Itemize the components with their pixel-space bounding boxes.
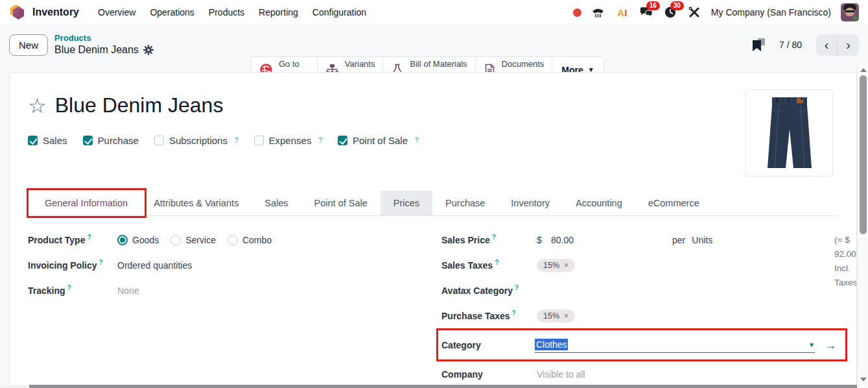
tracking-label: Tracking?	[28, 285, 117, 296]
messages-icon[interactable]: 16	[639, 5, 653, 19]
remove-tag-icon[interactable]: ×	[564, 261, 569, 270]
invoicing-policy-row: Invoicing Policy? Ordered quantities	[28, 252, 441, 278]
company-switcher[interactable]: My Company (San Francisco)	[711, 7, 831, 18]
horizontal-scrollbar[interactable]	[0, 385, 857, 388]
avatax-category-label: Avatax Category?	[441, 285, 537, 296]
checkbox-subscriptions[interactable]: Subscriptions ?	[154, 135, 239, 146]
tab-general-information[interactable]: General Information	[32, 191, 141, 215]
help-icon: ?	[99, 259, 103, 266]
favorite-star-icon[interactable]: ☆	[28, 95, 47, 116]
checkbox-purchase[interactable]: Purchase	[83, 135, 139, 146]
recording-indicator-icon	[573, 8, 581, 17]
general-information-form: Product Type? Goods Service Combo	[28, 227, 838, 387]
purchase-taxes-row: Purchase Taxes? 15% ×	[441, 303, 838, 328]
help-icon: ?	[495, 259, 499, 266]
control-panel: New Products Blue Denim Jeans	[0, 25, 868, 65]
breadcrumb: Products Blue Denim Jeans	[54, 33, 154, 56]
scroll-up-arrow-icon[interactable]	[860, 68, 867, 72]
product-type-radio-group: Goods Service Combo	[117, 235, 272, 245]
activities-badge: 30	[670, 1, 684, 10]
checkbox-expenses[interactable]: Expenses ?	[254, 135, 322, 146]
currency-symbol: $	[537, 235, 551, 245]
nav-item-products[interactable]: Products	[202, 2, 252, 23]
user-avatar[interactable]: ✈	[841, 3, 859, 21]
purchase-taxes-label: Purchase Taxes?	[441, 311, 537, 321]
systray: AI 16 30 My C	[573, 3, 859, 21]
tab-point-of-sale[interactable]: Point of Sale	[301, 191, 381, 215]
company-value[interactable]: Visible to all	[537, 369, 585, 380]
nav-item-operations[interactable]: Operations	[143, 2, 201, 23]
title-row: ☆ Blue Denim Jeans	[28, 93, 838, 117]
sales-price-input[interactable]: 80.00	[551, 235, 574, 245]
product-image[interactable]	[745, 90, 833, 176]
sales-taxes-label: Sales Taxes?	[441, 260, 537, 271]
invoicing-policy-value[interactable]: Ordered quantities	[117, 260, 192, 271]
nav-item-configuration[interactable]: Configuration	[305, 2, 373, 23]
form-left-column: Product Type? Goods Service Combo	[28, 227, 441, 387]
bookmark-icon[interactable]	[752, 38, 765, 51]
radio-goods[interactable]: Goods	[117, 235, 159, 245]
company-row: Company Visible to all	[441, 361, 838, 387]
product-type-label: Product Type?	[28, 235, 117, 245]
gear-icon[interactable]	[143, 45, 154, 55]
tab-sales[interactable]: Sales	[252, 191, 301, 215]
scrollbar-corner	[857, 385, 868, 388]
checkbox-checked-icon	[338, 136, 347, 145]
category-annotation-rectangle: Category Clothes ▼ →	[436, 328, 847, 361]
nav-item-overview[interactable]: Overview	[91, 2, 143, 23]
pager-previous-button[interactable]: ‹	[816, 34, 838, 56]
remove-tag-icon[interactable]: ×	[564, 311, 569, 321]
tracking-value[interactable]: None	[117, 285, 139, 296]
help-icon: ?	[515, 284, 519, 291]
checkbox-checked-icon	[83, 136, 93, 145]
pager: 7 / 80 ‹ ›	[752, 34, 859, 56]
tab-accounting[interactable]: Accounting	[563, 191, 635, 215]
tab-purchase[interactable]: Purchase	[432, 191, 498, 215]
top-navbar: Inventory Overview Operations Products R…	[0, 0, 868, 25]
product-form-sheet: ☆ Blue Denim Jeans Sales Purchase Subscr…	[9, 72, 857, 388]
purchase-tax-tag[interactable]: 15% ×	[537, 309, 575, 322]
help-icon: ?	[67, 284, 71, 291]
activities-clock-icon[interactable]: 30	[663, 5, 677, 19]
radio-selected-icon	[117, 235, 128, 245]
checkbox-point-of-sale[interactable]: Point of Sale ?	[338, 135, 419, 146]
invoicing-policy-label: Invoicing Policy?	[28, 260, 117, 271]
ai-icon[interactable]: AI	[615, 5, 629, 19]
scroll-down-arrow-icon[interactable]	[860, 378, 867, 382]
horizontal-scrollbar-thumb[interactable]	[29, 385, 857, 388]
uom-value[interactable]: Units	[692, 235, 712, 245]
help-icon: ?	[512, 309, 516, 317]
notebook-tabs: General Information Attributes & Variant…	[28, 191, 838, 216]
radio-unselected-icon	[170, 235, 181, 245]
tab-ecommerce[interactable]: eCommerce	[635, 191, 712, 215]
messages-badge: 16	[646, 1, 660, 10]
product-type-row: Product Type? Goods Service Combo	[28, 227, 441, 252]
sales-channels-row: Sales Purchase Subscriptions ? Expenses …	[28, 135, 838, 146]
sales-taxes-row: Sales Taxes? 15% ×	[441, 252, 838, 278]
vertical-scrollbar[interactable]	[857, 65, 868, 385]
breadcrumb-products-link[interactable]: Products	[54, 33, 154, 43]
app-name[interactable]: Inventory	[32, 6, 79, 18]
tab-inventory[interactable]: Inventory	[498, 191, 563, 215]
tab-attributes-variants[interactable]: Attributes & Variants	[141, 191, 252, 215]
tools-icon[interactable]	[687, 5, 701, 19]
phone-icon[interactable]	[591, 5, 605, 19]
sales-tax-tag[interactable]: 15% ×	[537, 259, 575, 272]
inventory-app-icon[interactable]	[9, 4, 26, 21]
tracking-row: Tracking? None	[28, 278, 441, 303]
help-icon: ?	[492, 234, 496, 241]
new-button[interactable]: New	[9, 34, 48, 56]
category-input[interactable]: Clothes ▼	[535, 337, 815, 353]
internal-link-arrow-icon[interactable]: →	[825, 339, 836, 351]
tab-prices[interactable]: Prices	[381, 191, 432, 215]
vertical-scrollbar-thumb[interactable]	[860, 75, 867, 234]
product-title[interactable]: Blue Denim Jeans	[55, 93, 224, 117]
dropdown-caret-icon[interactable]: ▼	[808, 341, 815, 348]
radio-combo[interactable]: Combo	[228, 235, 272, 245]
checkbox-sales[interactable]: Sales	[28, 135, 67, 146]
company-label: Company	[441, 369, 537, 380]
nav-item-reporting[interactable]: Reporting	[252, 2, 305, 23]
pager-next-button[interactable]: ›	[838, 34, 859, 56]
radio-service[interactable]: Service	[170, 235, 216, 245]
jeans-image	[754, 94, 825, 172]
